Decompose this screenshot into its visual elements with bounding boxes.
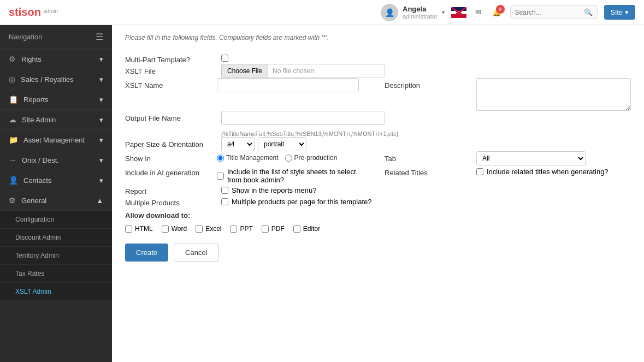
sidebar-item-sales-royalties[interactable]: ◎ Sales / Royalties ▾ [0, 69, 112, 90]
site-admin-chevron-icon: ▾ [99, 116, 103, 124]
topbar: stison admin 👤 Angela administrator ▾ ✉ … [0, 0, 644, 25]
language-flag-icon[interactable] [451, 7, 466, 18]
sidebar-item-general[interactable]: ⚙ General ▲ [0, 191, 112, 211]
configuration-label: Configuration [15, 216, 54, 223]
sidebar-item-reports-label: Reports [23, 96, 49, 104]
description-textarea[interactable] [476, 78, 631, 111]
ai-related-row: Include in AI generation Include in the … [125, 165, 631, 184]
discount-admin-label: Discount Admin [15, 234, 61, 241]
site-button[interactable]: Site ▾ [604, 5, 635, 20]
sidebar-item-reports[interactable]: 📋 Reports ▾ [0, 90, 112, 110]
rights-chevron-icon: ▾ [99, 55, 103, 63]
sales-chevron-icon: ▾ [99, 75, 103, 84]
report-text: Show in the reports menu? [232, 186, 316, 194]
description-label: Description [385, 78, 472, 90]
include-ai-label: Include in AI generation [125, 165, 212, 177]
contacts-chevron-icon: ▾ [99, 176, 103, 185]
search-input[interactable] [515, 9, 581, 16]
layout: Navigation ☰ ⚙ Rights ▾ ◎ Sales / Royalt… [0, 25, 644, 362]
logo-sub: admin [43, 8, 58, 14]
related-titles-checkbox[interactable] [476, 168, 483, 175]
download-html-checkbox[interactable] [125, 225, 132, 233]
sidebar-item-rights-label: Rights [21, 55, 42, 63]
report-label: Report [125, 184, 212, 195]
sidebar-item-contacts-label: Contacts [23, 176, 51, 185]
sidebar-item-xslt-admin[interactable]: XSLT Admin [0, 283, 112, 301]
orientation-select[interactable]: portrait landscape [258, 137, 306, 151]
site-chevron-icon: ▾ [625, 8, 629, 16]
show-in-pre-radio[interactable] [285, 155, 292, 162]
download-word[interactable]: Word [162, 225, 187, 233]
download-ppt[interactable]: PPT [230, 225, 252, 233]
paper-size-select[interactable]: a4 a3 letter [221, 137, 255, 151]
download-excel[interactable]: Excel [196, 225, 221, 233]
output-file-row: Output File Name [%TitleNameFull,%SubTit… [125, 111, 631, 137]
sidebar-item-asset-label: Asset Management [23, 136, 85, 144]
cancel-button[interactable]: Cancel [174, 244, 218, 262]
download-ppt-checkbox[interactable] [230, 225, 237, 233]
multiple-products-text: Multiple products per page for this temp… [232, 198, 372, 206]
download-excel-checkbox[interactable] [196, 225, 203, 233]
download-html-label: HTML [135, 225, 153, 233]
download-pdf[interactable]: PDF [262, 225, 285, 233]
include-ai-checkbox[interactable] [217, 173, 224, 180]
file-input-container: Choose File No file chosen [221, 64, 385, 78]
multiple-products-checkbox[interactable] [221, 198, 228, 205]
download-word-checkbox[interactable] [162, 225, 169, 233]
download-ppt-label: PPT [240, 225, 252, 233]
sidebar-item-discount-admin[interactable]: Discount Admin [0, 229, 112, 247]
download-word-label: Word [172, 225, 187, 233]
sidebar: Navigation ☰ ⚙ Rights ▾ ◎ Sales / Royalt… [0, 25, 112, 362]
tab-select[interactable]: All Title Management Pre-production [476, 151, 586, 165]
hamburger-icon[interactable]: ☰ [96, 32, 103, 42]
xslt-file-row: XSLT File Choose File No file chosen [125, 64, 631, 78]
sidebar-item-rights[interactable]: ⚙ Rights ▾ [0, 49, 112, 69]
download-editor-checkbox[interactable] [293, 225, 300, 233]
xslt-admin-label: XSLT Admin [15, 288, 51, 295]
mail-button[interactable]: ✉ [473, 6, 483, 19]
download-options: HTML Word Excel PPT PDF [125, 225, 631, 233]
download-editor[interactable]: Editor [293, 225, 320, 233]
territory-admin-label: Territory Admin [15, 252, 59, 259]
xslt-file-label: XSLT File [125, 64, 212, 75]
notification-button[interactable]: 🔔 9 [490, 6, 504, 19]
sidebar-item-onix[interactable]: → Onix / Dest. ▾ [0, 150, 112, 170]
site-admin-icon: ☁ [9, 115, 16, 124]
onix-icon: → [9, 156, 16, 164]
sidebar-item-contacts[interactable]: 👤 Contacts ▾ [0, 170, 112, 191]
related-titles-text: Include related titles when generating? [487, 168, 608, 176]
report-row: Report Show in the reports menu? [125, 184, 631, 195]
multi-part-row: Multi-Part Template? [125, 52, 631, 64]
show-in-title-radio[interactable] [217, 155, 224, 162]
sidebar-item-tax-rates[interactable]: Tax Rates [0, 265, 112, 283]
download-pdf-checkbox[interactable] [262, 225, 269, 233]
file-chosen-text: No file chosen [268, 64, 318, 78]
sidebar-item-general-label: General [21, 197, 46, 205]
tax-rates-label: Tax Rates [15, 270, 44, 277]
sidebar-item-asset-management[interactable]: 📁 Asset Management ▾ [0, 130, 112, 150]
output-file-input[interactable] [221, 111, 385, 125]
choose-file-button[interactable]: Choose File [222, 64, 268, 78]
user-name: Angela [403, 5, 438, 13]
show-in-radio-group: Title Management Pre-production [217, 151, 337, 162]
multi-part-checkbox[interactable] [221, 55, 228, 62]
create-button[interactable]: Create [125, 244, 168, 262]
sidebar-item-site-admin[interactable]: ☁ Site Admin ▾ [0, 110, 112, 130]
download-html[interactable]: HTML [125, 225, 153, 233]
show-in-pre-production[interactable]: Pre-production [285, 154, 338, 162]
user-chevron-icon[interactable]: ▾ [442, 9, 445, 15]
xslt-name-description-row: XSLT Name Description [125, 78, 631, 111]
allow-download-title: Allow download to: [125, 211, 631, 219]
paper-size-label: Paper Size & Orientation [125, 137, 212, 149]
general-icon: ⚙ [9, 196, 16, 205]
output-file-label: Output File Name [125, 111, 212, 122]
report-checkbox[interactable] [221, 187, 228, 194]
reports-icon: 📋 [9, 95, 18, 104]
sidebar-item-configuration[interactable]: Configuration [0, 211, 112, 229]
show-in-title-management[interactable]: Title Management [217, 154, 279, 162]
allow-download-section: Allow download to: HTML Word Excel PPT [125, 211, 631, 233]
xslt-name-label: XSLT Name [125, 78, 212, 90]
topbar-right: 👤 Angela administrator ▾ ✉ 🔔 9 🔍 Site ▾ [381, 4, 635, 21]
sidebar-item-territory-admin[interactable]: Territory Admin [0, 247, 112, 265]
xslt-name-input[interactable] [217, 78, 359, 92]
